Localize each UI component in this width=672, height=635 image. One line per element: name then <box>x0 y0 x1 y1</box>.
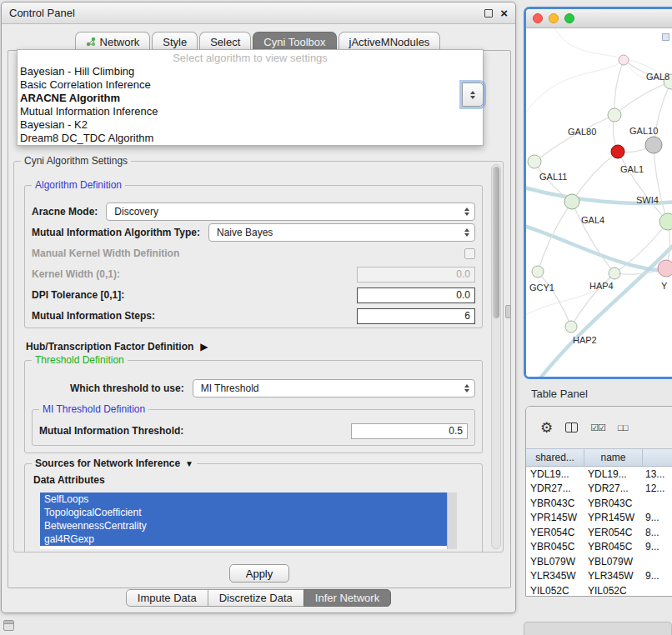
algorithm-option[interactable]: Basic Correlation Inference <box>18 78 483 92</box>
deselect-all-icon[interactable]: □□ <box>618 422 627 432</box>
algorithm-option-selected[interactable]: ARACNE Algorithm <box>18 92 483 105</box>
network-node[interactable] <box>532 266 544 278</box>
tab-discretize-data[interactable]: Discretize Data <box>208 589 304 607</box>
network-node[interactable] <box>645 137 662 153</box>
aracne-mode-label: Aracne Mode: <box>32 206 98 218</box>
table-row[interactable]: YDL19...YDL19...13... <box>526 467 672 482</box>
tab-network[interactable]: Network <box>75 32 151 51</box>
network-view-window: GAL8GAL80GAL10GAL11GAL1SWI4GAL4GCY1HAP4Y… <box>524 7 672 379</box>
network-node[interactable] <box>528 155 541 168</box>
tab-infer-network[interactable]: Infer Network <box>303 589 391 607</box>
select-all-icon[interactable]: ☑☑ <box>590 422 605 433</box>
network-edge <box>572 202 614 273</box>
manual-kernel-width-checkbox[interactable] <box>464 248 475 259</box>
table-row[interactable]: YLR345WYLR345W9... <box>526 569 672 584</box>
collapse-arrow-icon[interactable]: ▼ <box>185 459 193 468</box>
network-node-label: Y <box>661 281 668 291</box>
attribute-item[interactable]: SelfLoops <box>40 492 447 506</box>
table-cell: YLR345W <box>584 570 643 582</box>
panel-splitter-handle[interactable] <box>505 305 511 318</box>
column-header-name[interactable]: name <box>584 449 643 466</box>
network-node-label: SWI4 <box>636 195 659 205</box>
kernel-width-field[interactable]: 0.0 <box>357 267 475 282</box>
network-node[interactable] <box>609 268 620 279</box>
network-graph: GAL8GAL80GAL10GAL11GAL1SWI4GAL4GCY1HAP4Y… <box>526 28 672 379</box>
expand-arrow-icon[interactable]: ▶ <box>200 341 208 352</box>
table-panel-window: ⚙ ☑☑ □□ shared... name YDL19...YDL19...1… <box>525 406 672 597</box>
minimize-button[interactable] <box>549 13 559 23</box>
network-node[interactable] <box>611 145 624 158</box>
tab-select[interactable]: Select <box>199 32 251 51</box>
network-canvas[interactable]: GAL8GAL80GAL10GAL11GAL1SWI4GAL4GCY1HAP4Y… <box>526 28 672 377</box>
table-row[interactable]: YER054CYER054C8... <box>526 525 672 540</box>
combo-arrows-icon <box>459 208 474 216</box>
algorithm-option[interactable]: Bayesian - K2 <box>18 118 483 132</box>
settings-scrollbar-track[interactable] <box>491 164 501 549</box>
close-icon[interactable]: × <box>500 8 508 18</box>
table-row[interactable]: YPR145WYPR145W9... <box>526 511 672 526</box>
attribute-item[interactable]: BetweennessCentrality <box>40 519 447 532</box>
kernel-width-label: Kernel Width (0,1): <box>32 268 120 280</box>
table-row[interactable]: YDR27...YDR27...12... <box>526 482 672 497</box>
aracne-mode-combobox[interactable]: Discovery <box>106 202 475 221</box>
table-row[interactable]: YIL052CYIL052C <box>526 583 672 597</box>
apply-button[interactable]: Apply <box>229 564 289 582</box>
algorithm-combobox-arrow-fragment[interactable] <box>462 82 484 107</box>
network-node[interactable] <box>565 321 577 332</box>
group-title: Sources for Network Inference ▼ <box>32 458 197 469</box>
tab-cyni-toolbox[interactable]: Cyni Toolbox <box>253 32 336 51</box>
dpi-tolerance-field[interactable]: 0.0 <box>357 288 475 303</box>
network-edge <box>614 60 624 115</box>
table-cell: YBR045C <box>526 541 584 552</box>
network-node-label: GAL8 <box>646 72 669 82</box>
settings-scrollbar-thumb[interactable] <box>493 167 499 318</box>
network-node[interactable] <box>658 260 672 277</box>
zoom-button[interactable] <box>564 13 574 23</box>
network-node[interactable] <box>608 108 621 122</box>
mi-steps-field[interactable]: 6 <box>357 308 475 324</box>
table-body: YDL19...YDL19...13... YDR27...YDR27...12… <box>526 467 672 597</box>
combo-arrows-icon <box>459 228 474 237</box>
algorithm-definition-group: Algorithm Definition Aracne Mode: Discov… <box>24 185 483 328</box>
attribute-list-scrollbar[interactable] <box>447 492 457 549</box>
network-node[interactable] <box>659 213 672 230</box>
attribute-item[interactable]: gal4RGexp <box>40 532 447 546</box>
network-tab-icon <box>86 37 96 47</box>
column-layout-icon[interactable] <box>565 422 578 432</box>
table-cell: YBR043C <box>584 498 643 509</box>
table-row[interactable]: YBR045CYBR045C9... <box>526 540 672 555</box>
tab-impute-data[interactable]: Impute Data <box>126 589 208 607</box>
network-node[interactable] <box>619 55 629 65</box>
table-row[interactable]: YBL079WYBL079W <box>526 554 672 569</box>
settings-gear-icon[interactable]: ⚙ <box>540 419 553 437</box>
algorithm-option[interactable]: Mutual Information Inference <box>18 105 483 118</box>
dock-panel-icon[interactable] <box>3 620 14 631</box>
tab-style[interactable]: Style <box>152 32 198 51</box>
algorithm-option[interactable]: Bayesian - Hill Climbing <box>18 65 483 78</box>
mi-algorithm-type-label: Mutual Information Algorithm Type: <box>32 227 200 238</box>
close-button[interactable] <box>533 13 543 23</box>
tab-jactivemodules[interactable]: jActiveMNodules <box>339 32 441 51</box>
mi-threshold-field[interactable]: 0.5 <box>351 423 468 439</box>
hub-definition-label: Hub/Transcription Factor Definition <box>26 341 193 352</box>
tab-label: Network <box>100 36 140 48</box>
table-cell: YDR27... <box>584 482 643 494</box>
mi-algorithm-type-combobox[interactable]: Naive Bayes <box>208 223 475 242</box>
network-node-label: HAP2 <box>573 335 597 345</box>
data-attributes-list: SelfLoops TopologicalCoefficient Between… <box>40 492 447 549</box>
network-window-titlebar <box>526 9 672 28</box>
column-header-shared-name[interactable]: shared... <box>526 449 584 466</box>
float-window-icon[interactable] <box>484 9 493 18</box>
network-node-label: GAL11 <box>539 172 567 182</box>
which-threshold-combobox[interactable]: MI Threshold <box>193 379 475 398</box>
table-row[interactable]: YBR043CYBR043C <box>526 496 672 511</box>
birdseye-toggle-icon[interactable] <box>662 33 669 41</box>
algorithm-option[interactable]: Dream8 DC_TDC Algorithm <box>18 132 483 145</box>
table-cell: YLR345W <box>526 570 584 582</box>
column-header[interactable] <box>643 449 672 466</box>
group-title: Algorithm Definition <box>32 179 125 191</box>
bottom-tabbar: Impute Data Discretize Data Infer Networ… <box>2 589 515 607</box>
network-node[interactable] <box>564 194 579 209</box>
attribute-item[interactable]: TopologicalCoefficient <box>40 506 447 519</box>
which-threshold-label: Which threshold to use: <box>70 382 184 394</box>
